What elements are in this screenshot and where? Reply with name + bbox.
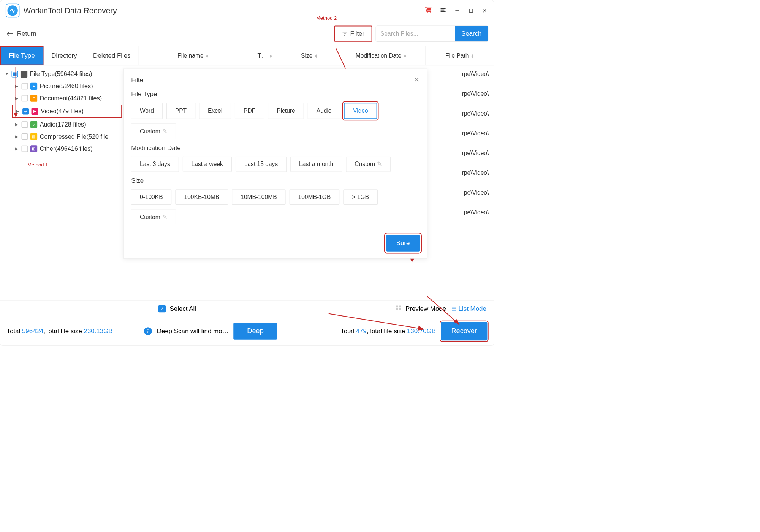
svg-point-1 [430,12,431,13]
video-icon: ▶ [32,108,38,115]
filter-section-type: File Type [131,90,420,98]
tree-audio[interactable]: ▶ ♪ Audio(1728 files) [0,118,124,130]
filter-date-3days[interactable]: Last 3 days [131,157,179,172]
svg-point-0 [427,12,428,13]
pencil-icon: ✎ [162,214,167,221]
filter-type-ppt[interactable]: PPT [166,103,195,119]
path-cell: pe\Video\ [464,189,489,196]
tree-label: Picture(52460 files) [40,82,93,90]
caret-icon[interactable]: ▶ [14,84,19,88]
tree-other[interactable]: ▶ ◧ Other(496416 files) [0,142,124,155]
checkbox[interactable] [12,71,18,77]
filter-sure-button[interactable]: Sure [386,235,420,252]
filter-type-video[interactable]: Video [344,103,377,119]
filter-type-excel[interactable]: Excel [199,103,231,119]
path-cell: rpe\Video\ [462,70,489,77]
drive-icon: ☰ [21,71,27,78]
filter-date-week[interactable]: Last a week [183,157,232,172]
filter-date-custom[interactable]: Custom✎ [346,157,390,172]
deep-button[interactable]: Deep [233,323,277,340]
checkbox[interactable] [22,146,28,152]
path-cell: rpe\Video\ [462,110,489,117]
help-icon[interactable]: ? [144,327,152,335]
filter-type-custom[interactable]: Custom✎ [131,124,176,139]
svg-rect-10 [396,306,398,308]
maximize-icon[interactable] [467,7,474,14]
filter-type-picture[interactable]: Picture [268,103,304,119]
path-cell: rpe\Video\ [462,130,489,136]
filter-section-date: Modification Date [131,144,420,152]
caret-icon[interactable]: ▶ [16,109,20,114]
search-input[interactable] [376,26,455,41]
col-type[interactable]: T…▲▼ [248,46,282,65]
sort-icon: ▲▼ [206,54,209,57]
filter-type-word[interactable]: Word [131,103,162,119]
svg-rect-13 [399,308,401,310]
filter-size-3[interactable]: 10MB-100MB [232,190,285,205]
deep-hint: Deep Scan will find mo… [157,328,229,335]
tree-document[interactable]: ▶ ≡ Document(44821 files) [0,92,124,104]
caret-icon[interactable]: ▶ [14,96,19,100]
close-icon[interactable]: ✕ [414,76,420,84]
filter-button[interactable]: Filter [334,26,372,42]
filter-size-2[interactable]: 100KB-10MB [176,190,228,205]
tree-compressed[interactable]: ▶ ▤ Compressed File(520 file [0,130,124,142]
preview-mode-label[interactable]: Preview Mode [405,305,446,312]
filter-type-pdf[interactable]: PDF [235,103,264,119]
app-logo [6,4,19,17]
caret-icon[interactable]: ▶ [14,134,19,139]
filter-date-month[interactable]: Last a month [290,157,342,172]
col-moddate[interactable]: Modification Date▲▼ [337,46,426,65]
filter-size-custom[interactable]: Custom✎ [131,210,176,225]
return-button[interactable]: Return [6,30,36,38]
list-mode-button[interactable]: List Mode [450,305,486,312]
caret-icon[interactable]: ▼ [5,72,9,76]
checkbox[interactable] [22,121,28,128]
filter-section-size: Size [131,177,420,184]
checkbox[interactable] [22,133,28,140]
status-total: Total 596424,Total file size 230.13GB [7,328,113,335]
sort-icon: ▲▼ [403,54,407,57]
filter-size-4[interactable]: 100MB-1GB [290,190,339,205]
filter-popup: Filter ✕ File Type Word PPT Excel PDF Pi… [124,69,428,259]
tree-picture[interactable]: ▶ ▲ Picture(52460 files) [0,80,124,92]
tab-directory[interactable]: Directory [43,46,85,65]
caret-icon[interactable]: ▶ [14,122,19,127]
tree-label: Other(496416 files) [40,145,93,152]
minimize-icon[interactable] [454,7,461,14]
return-label: Return [17,30,36,38]
filter-size-5[interactable]: > 1GB [343,190,377,205]
tree-label: File Type(596424 files) [30,70,92,78]
path-cell: rpe\Video\ [462,90,489,97]
tab-deleted[interactable]: Deleted Files [85,46,139,65]
pencil-icon: ✎ [377,161,382,168]
list-icon [450,306,456,312]
path-cell: rpe\Video\ [462,169,489,176]
filter-size-1[interactable]: 0-100KB [131,190,171,205]
checkbox[interactable] [22,108,29,114]
filter-type-audio[interactable]: Audio [308,103,340,119]
cart-icon[interactable] [424,6,432,15]
svg-rect-6 [469,9,473,13]
sort-icon: ▲▼ [269,54,272,57]
checkbox[interactable] [22,83,28,89]
recover-button[interactable]: Recover [441,322,487,340]
picture-icon: ▲ [30,82,37,89]
filter-date-15days[interactable]: Last 15 days [236,157,287,172]
search-button[interactable]: Search [455,26,488,41]
menu-icon[interactable] [439,6,447,15]
col-path[interactable]: File Path▲▼ [426,46,494,65]
path-cell: pe\Video\ [464,209,489,215]
filter-label: Filter [350,30,365,38]
tree-video[interactable]: ▶ ▶ Video(479 files) [12,105,122,118]
checkbox[interactable] [22,95,28,101]
col-filename[interactable]: File name▲▼ [139,46,248,65]
grid-icon[interactable] [395,304,402,312]
sidebar-tree: ▼ ☰ File Type(596424 files) ▶ ▲ Picture(… [0,65,124,300]
col-size[interactable]: Size▲▼ [282,46,337,65]
tree-root[interactable]: ▼ ☰ File Type(596424 files) [0,68,124,80]
tab-file-type[interactable]: File Type [0,46,44,65]
close-icon[interactable] [481,7,488,14]
caret-icon[interactable]: ▶ [14,146,19,151]
select-all-checkbox[interactable]: ✓ [158,305,166,312]
